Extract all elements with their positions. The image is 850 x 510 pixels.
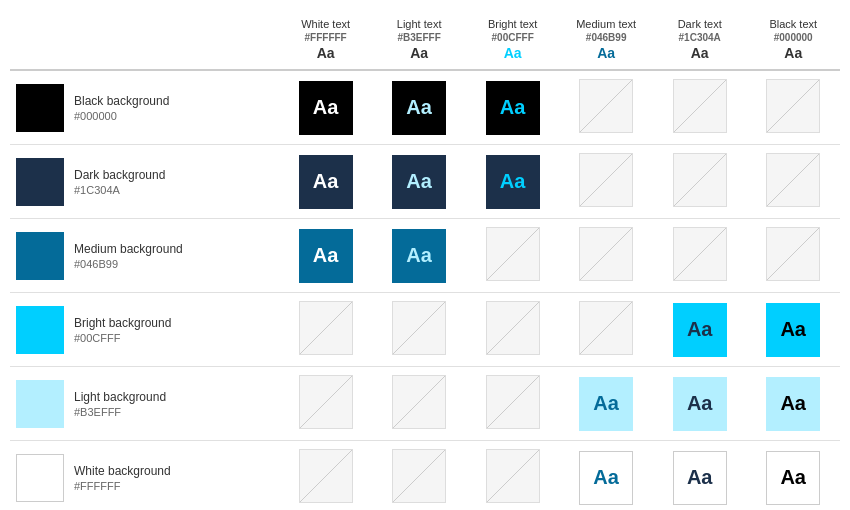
row-label-1: Dark background #1C304A	[10, 145, 279, 219]
cell-0-5	[746, 70, 840, 145]
aa-box-4-4: Aa	[673, 377, 727, 431]
aa-box-3-5: Aa	[766, 303, 820, 357]
cell-1-2: Aa	[466, 145, 560, 219]
row-name-3: Bright background	[74, 316, 171, 330]
row-name-4: Light background	[74, 390, 166, 404]
row-label-5: White background #FFFFFF	[10, 441, 279, 511]
cell-4-1	[372, 367, 466, 441]
header-col-light: Light text #B3EFFF Aa	[372, 10, 466, 70]
disabled-box-2-5	[766, 227, 820, 281]
cell-3-1	[372, 293, 466, 367]
row-name-5: White background	[74, 464, 171, 478]
aa-box-2-0: Aa	[299, 229, 353, 283]
header-hex-black: #000000	[750, 32, 836, 43]
disabled-box-3-0	[299, 301, 353, 355]
row-label-text-5: White background #FFFFFF	[74, 464, 171, 492]
header-label-black: Black text	[750, 18, 836, 30]
header-hex-bright: #00CFFF	[470, 32, 556, 43]
row-hex-0: #000000	[74, 110, 169, 122]
cell-3-4: Aa	[653, 293, 747, 367]
header-hex-medium: #046B99	[563, 32, 649, 43]
row-046B99: Medium background #046B99 Aa Aa	[10, 219, 840, 293]
cell-1-1: Aa	[372, 145, 466, 219]
row-name-1: Dark background	[74, 168, 165, 182]
cell-3-5: Aa	[746, 293, 840, 367]
header-label-dark: Dark text	[657, 18, 743, 30]
swatch-5	[16, 454, 64, 502]
header-hex-light: #B3EFFF	[376, 32, 462, 43]
header-aa-medium: Aa	[563, 45, 649, 61]
disabled-box-3-3	[579, 301, 633, 355]
aa-box-1-0: Aa	[299, 155, 353, 209]
row-label-text-3: Bright background #00CFFF	[74, 316, 171, 344]
disabled-box-3-2	[486, 301, 540, 355]
aa-box-4-3: Aa	[579, 377, 633, 431]
header-hex-white: #FFFFFF	[283, 32, 369, 43]
header-label-light: Light text	[376, 18, 462, 30]
row-000000: Black background #000000 Aa Aa Aa	[10, 70, 840, 145]
cell-5-5: Aa	[746, 441, 840, 511]
row-hex-5: #FFFFFF	[74, 480, 171, 492]
disabled-box-2-3	[579, 227, 633, 281]
row-hex-2: #046B99	[74, 258, 183, 270]
cell-3-2	[466, 293, 560, 367]
header-label-medium: Medium text	[563, 18, 649, 30]
row-B3EFFF: Light background #B3EFFF Aa Aa Aa	[10, 367, 840, 441]
swatch-0	[16, 84, 64, 132]
cell-4-0	[279, 367, 373, 441]
cell-0-1: Aa	[372, 70, 466, 145]
row-name-2: Medium background	[74, 242, 183, 256]
cell-5-2	[466, 441, 560, 511]
cell-0-3	[559, 70, 653, 145]
cell-0-4	[653, 70, 747, 145]
disabled-box-5-1	[392, 449, 446, 503]
cell-5-3: Aa	[559, 441, 653, 511]
row-hex-1: #1C304A	[74, 184, 165, 196]
disabled-box-5-0	[299, 449, 353, 503]
cell-2-0: Aa	[279, 219, 373, 293]
row-label-3: Bright background #00CFFF	[10, 293, 279, 367]
cell-5-0	[279, 441, 373, 511]
cell-4-5: Aa	[746, 367, 840, 441]
disabled-box-1-5	[766, 153, 820, 207]
header-hex-dark: #1C304A	[657, 32, 743, 43]
cell-2-4	[653, 219, 747, 293]
cell-3-0	[279, 293, 373, 367]
row-label-text-0: Black background #000000	[74, 94, 169, 122]
row-label-0: Black background #000000	[10, 70, 279, 145]
cell-1-4	[653, 145, 747, 219]
aa-box-0-2: Aa	[486, 81, 540, 135]
header-aa-black: Aa	[750, 45, 836, 61]
cell-5-1	[372, 441, 466, 511]
header-label-bright: Bright text	[470, 18, 556, 30]
aa-box-5-5: Aa	[766, 451, 820, 505]
row-name-0: Black background	[74, 94, 169, 108]
cell-3-3	[559, 293, 653, 367]
aa-box-5-3: Aa	[579, 451, 633, 505]
row-label-2: Medium background #046B99	[10, 219, 279, 293]
row-label-text-1: Dark background #1C304A	[74, 168, 165, 196]
swatch-2	[16, 232, 64, 280]
row-FFFFFF: White background #FFFFFF Aa Aa Aa	[10, 441, 840, 511]
swatch-3	[16, 306, 64, 354]
aa-box-3-4: Aa	[673, 303, 727, 357]
cell-2-2	[466, 219, 560, 293]
cell-4-2	[466, 367, 560, 441]
cell-4-4: Aa	[653, 367, 747, 441]
cell-0-0: Aa	[279, 70, 373, 145]
row-label-4: Light background #B3EFFF	[10, 367, 279, 441]
main-table-wrap: White text #FFFFFF Aa Light text #B3EFFF…	[0, 0, 850, 510]
aa-box-0-0: Aa	[299, 81, 353, 135]
cell-2-1: Aa	[372, 219, 466, 293]
row-hex-4: #B3EFFF	[74, 406, 166, 418]
disabled-box-4-0	[299, 375, 353, 429]
disabled-box-2-4	[673, 227, 727, 281]
disabled-box-4-2	[486, 375, 540, 429]
row-label-text-2: Medium background #046B99	[74, 242, 183, 270]
row-1C304A: Dark background #1C304A Aa Aa Aa	[10, 145, 840, 219]
cell-4-3: Aa	[559, 367, 653, 441]
disabled-box-3-1	[392, 301, 446, 355]
disabled-box-0-3	[579, 79, 633, 133]
header-label-white: White text	[283, 18, 369, 30]
header-empty	[10, 10, 279, 70]
